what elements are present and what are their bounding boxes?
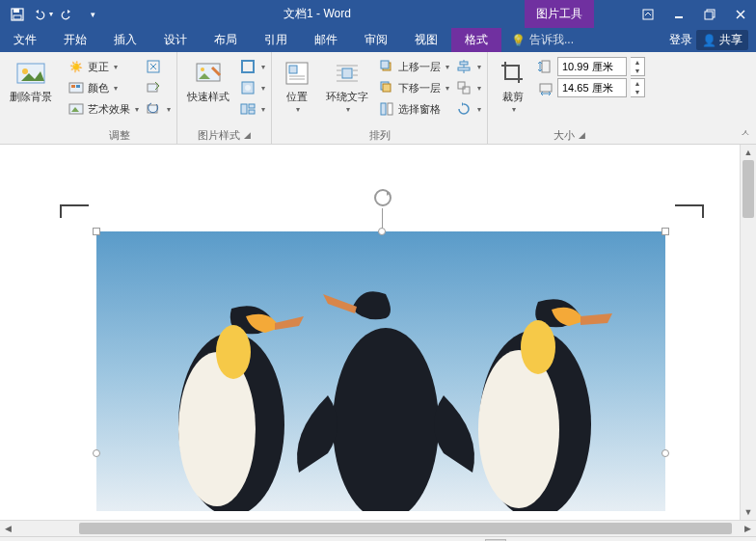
- svg-rect-24: [249, 104, 255, 108]
- picture-border-button[interactable]: ▾: [239, 56, 265, 77]
- svg-rect-23: [241, 104, 247, 114]
- window-controls: [633, 0, 756, 28]
- contextual-tab-label: 图片工具: [525, 0, 594, 28]
- tell-me-search[interactable]: 💡告诉我...: [501, 28, 583, 52]
- person-icon: 👤: [702, 34, 716, 47]
- width-icon: [538, 80, 554, 95]
- handle-ml[interactable]: [93, 449, 100, 457]
- wrap-text-button[interactable]: 环绕文字 ▾: [322, 56, 372, 116]
- position-button[interactable]: 位置 ▾: [278, 56, 316, 116]
- undo-button[interactable]: ▾: [31, 3, 54, 26]
- width-input[interactable]: [557, 78, 627, 97]
- horizontal-scroll-thumb[interactable]: [79, 523, 732, 534]
- change-picture-icon: [145, 79, 162, 96]
- scroll-right-arrow[interactable]: ▶: [740, 524, 756, 533]
- width-step-up[interactable]: ▲: [631, 79, 644, 88]
- position-label: 位置: [286, 91, 308, 103]
- horizontal-scrollbar[interactable]: ◀ ▶: [0, 520, 756, 536]
- close-button[interactable]: [725, 0, 756, 28]
- send-backward-button[interactable]: 下移一层▾: [378, 77, 449, 98]
- corrections-button[interactable]: ☀️更正▾: [68, 56, 139, 77]
- svg-point-57: [478, 350, 559, 508]
- handle-mr[interactable]: [662, 449, 669, 457]
- vertical-scroll-thumb[interactable]: [742, 160, 754, 218]
- change-picture-button[interactable]: [145, 77, 171, 98]
- size-dialog-launcher[interactable]: ◢: [579, 130, 585, 140]
- save-button[interactable]: [6, 3, 29, 26]
- send-backward-icon: [378, 79, 395, 96]
- share-button[interactable]: 👤共享: [696, 30, 748, 50]
- quick-styles-label: 快速样式: [187, 91, 230, 103]
- brightness-icon: ☀️: [68, 58, 85, 75]
- vertical-scrollbar[interactable]: ▲ ▼: [740, 145, 756, 520]
- rotate-button[interactable]: ▾: [455, 98, 481, 120]
- tab-review[interactable]: 审阅: [351, 28, 401, 52]
- compress-pictures-button[interactable]: [145, 56, 171, 77]
- selected-image[interactable]: [96, 231, 665, 511]
- styles-dialog-launcher[interactable]: ◢: [244, 130, 251, 140]
- handle-tr[interactable]: [662, 228, 669, 235]
- ribbon-options-button[interactable]: [633, 0, 663, 28]
- tab-mailings[interactable]: 邮件: [301, 28, 351, 52]
- picture-border-icon: [239, 58, 256, 75]
- artistic-label: 艺术效果: [88, 102, 130, 117]
- reset-picture-button[interactable]: ▾: [145, 98, 171, 120]
- crop-label: 裁剪: [502, 91, 524, 103]
- height-step-up[interactable]: ▲: [631, 58, 644, 67]
- svg-rect-12: [71, 85, 75, 88]
- document-page[interactable]: [0, 145, 740, 520]
- tab-home[interactable]: 开始: [50, 28, 100, 52]
- picture-layout-button[interactable]: ▾: [239, 98, 265, 120]
- wrap-label: 环绕文字: [326, 91, 368, 103]
- bring-forward-button[interactable]: 上移一层▾: [378, 56, 449, 77]
- selection-pane-button[interactable]: 选择窗格: [378, 98, 449, 120]
- width-step-down[interactable]: ▼: [631, 88, 644, 96]
- quick-styles-icon: [193, 58, 224, 89]
- collapse-ribbon-button[interactable]: ㅅ: [741, 126, 750, 140]
- tab-references[interactable]: 引用: [251, 28, 301, 52]
- svg-rect-16: [148, 84, 157, 92]
- svg-rect-3: [643, 10, 653, 19]
- align-button[interactable]: ▾: [455, 56, 481, 77]
- height-step-down[interactable]: ▼: [631, 67, 644, 75]
- minimize-button[interactable]: [663, 0, 694, 28]
- rotate-handle-icon[interactable]: [372, 187, 393, 208]
- svg-rect-42: [388, 103, 392, 115]
- color-button[interactable]: 颜色▾: [68, 77, 139, 98]
- tab-layout[interactable]: 布局: [201, 28, 251, 52]
- svg-rect-38: [381, 61, 389, 68]
- group-remove-background: 删除背景: [0, 52, 62, 144]
- tab-file[interactable]: 文件: [0, 28, 50, 52]
- scroll-up-arrow[interactable]: ▲: [741, 145, 756, 160]
- corrections-label: 更正: [88, 60, 109, 74]
- group-objects-button[interactable]: ▾: [455, 77, 481, 98]
- qat-customize-button[interactable]: ▾: [81, 3, 104, 26]
- crop-button[interactable]: 裁剪 ▾: [494, 56, 532, 116]
- svg-rect-49: [540, 84, 552, 92]
- tab-format[interactable]: 格式: [451, 28, 501, 52]
- quick-styles-button[interactable]: 快速样式: [183, 56, 233, 105]
- height-input[interactable]: [557, 57, 627, 76]
- horizontal-scroll-track[interactable]: [16, 521, 740, 536]
- redo-button[interactable]: [56, 3, 79, 26]
- tab-view[interactable]: 视图: [401, 28, 451, 52]
- svg-rect-13: [76, 85, 80, 88]
- picture-effects-button[interactable]: ▾: [239, 77, 265, 98]
- handle-tm[interactable]: [378, 228, 386, 235]
- bring-forward-icon: [378, 58, 395, 75]
- artistic-effects-button[interactable]: 艺术效果▾: [68, 98, 139, 120]
- scroll-left-arrow[interactable]: ◀: [0, 524, 16, 533]
- position-icon: [282, 58, 312, 89]
- tab-design[interactable]: 设计: [150, 28, 201, 52]
- svg-point-58: [521, 320, 555, 374]
- login-link[interactable]: 登录: [669, 32, 692, 48]
- selection-pane-label: 选择窗格: [398, 102, 441, 117]
- scroll-down-arrow[interactable]: ▼: [741, 504, 756, 520]
- handle-tl[interactable]: [93, 228, 100, 235]
- crop-guide-tr: [675, 204, 704, 218]
- remove-background-button[interactable]: 删除背景: [6, 56, 56, 105]
- tab-insert[interactable]: 插入: [100, 28, 150, 52]
- restore-button[interactable]: [694, 0, 725, 28]
- picture-layout-icon: [239, 100, 256, 118]
- picture-effects-icon: [239, 79, 256, 96]
